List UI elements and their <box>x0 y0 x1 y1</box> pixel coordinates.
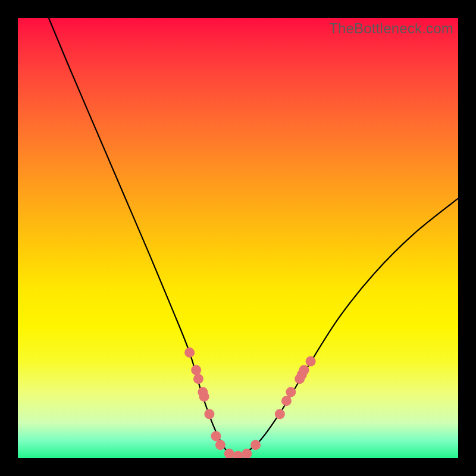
marker-dot <box>299 365 309 375</box>
marker-dot <box>191 365 201 375</box>
marker-dot <box>242 449 252 458</box>
marker-dot <box>215 440 226 450</box>
marker-dot <box>193 374 203 384</box>
chart-frame: TheBottleneck.com <box>0 0 476 476</box>
marker-dot <box>184 347 195 358</box>
bottleneck-curve-path <box>49 18 458 456</box>
marker-group <box>184 347 315 458</box>
marker-dot <box>199 392 209 402</box>
marker-dot <box>275 409 285 419</box>
curve-layer <box>18 18 458 458</box>
marker-dot <box>286 387 296 397</box>
marker-dot <box>233 451 243 458</box>
marker-dot <box>204 409 214 419</box>
plot-area: TheBottleneck.com <box>18 18 458 458</box>
marker-dot <box>281 396 292 406</box>
marker-dot <box>211 431 221 441</box>
marker-dot <box>306 356 316 367</box>
marker-dot <box>250 440 261 450</box>
